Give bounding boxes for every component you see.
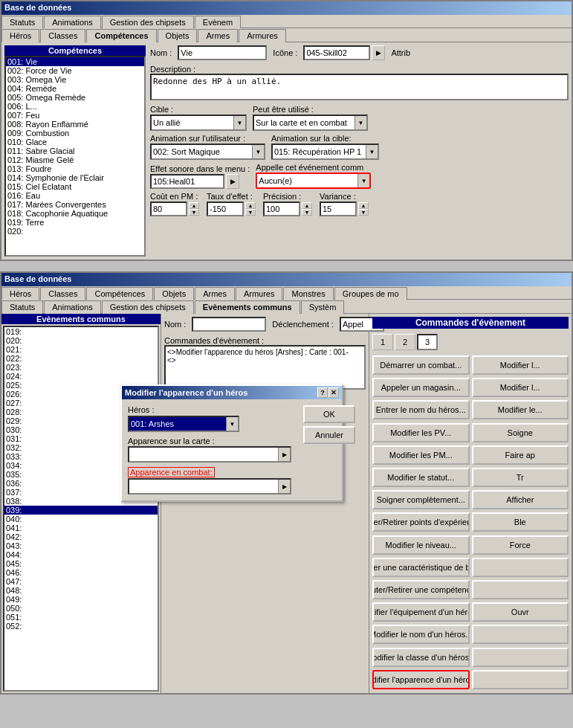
cmd-tab-3[interactable]: 3 xyxy=(417,334,438,350)
taux-spin-down[interactable]: ▼ xyxy=(245,209,256,216)
precision-spin-down[interactable]: ▼ xyxy=(302,209,312,216)
cout-spin[interactable]: ▲ ▼ xyxy=(189,202,199,216)
tab2-armures[interactable]: Armures xyxy=(236,287,283,300)
list-item[interactable]: 005: Omega Remède xyxy=(6,93,144,102)
cmd-btn-modifier-classe[interactable]: Modifier la classe d'un héros... xyxy=(372,648,470,667)
cmd-btn-force[interactable]: Force xyxy=(472,535,569,555)
dialog-combat-field[interactable]: ▶ xyxy=(128,478,291,495)
commandes-text[interactable]: <>Modifier l'apparence du héros [Arshes]… xyxy=(164,345,366,390)
tab2-armes[interactable]: Armes xyxy=(195,287,235,300)
tab-armes[interactable]: Armes xyxy=(198,29,238,42)
list-item[interactable]: 020: xyxy=(4,336,158,345)
list-item[interactable]: 009: Combustion xyxy=(6,129,144,138)
cmd-btn-modifier-niveau[interactable]: Modifier le niveau... xyxy=(372,535,470,555)
list-item[interactable]: 020: xyxy=(6,227,144,236)
cmd-btn-empty4[interactable] xyxy=(472,648,569,667)
peut-dropdown-btn[interactable]: ▼ xyxy=(355,116,366,129)
list-item[interactable]: 051: xyxy=(4,613,158,622)
anim-user-dropdown-btn[interactable]: ▼ xyxy=(252,145,264,158)
effet-arrow-btn[interactable]: ▶ xyxy=(226,174,239,189)
list-item[interactable]: 041: xyxy=(4,524,158,532)
tab2-groupes[interactable]: Groupes de mo xyxy=(334,287,407,300)
tab-evenem[interactable]: Evènem xyxy=(195,16,241,28)
list-item[interactable]: 015: Ciel Eclatant xyxy=(6,182,144,191)
cmd-btn-modifier3[interactable]: Modifier le... xyxy=(472,400,569,419)
anim-user-dropdown[interactable]: 002: Sort Magique ▼ xyxy=(150,144,265,160)
cible-dropdown-btn[interactable]: ▼ xyxy=(233,116,245,129)
tab2-competences[interactable]: Compétences xyxy=(86,287,153,300)
tab2-evenements[interactable]: Evènements communs xyxy=(195,300,300,314)
skill-list-box[interactable]: 001: Vie 002: Force de Vie 003: Omega Vi… xyxy=(4,56,146,257)
list-item[interactable]: 013: Foudre xyxy=(6,164,144,173)
tab2-statuts[interactable]: Statuts xyxy=(1,300,43,314)
cmd-btn-demarrer-combat[interactable]: Démarrer un combat... xyxy=(372,355,470,375)
cmd-btn-ouvr[interactable]: Ouvr xyxy=(472,602,569,622)
peut-dropdown[interactable]: Sur la carte et en combat ▼ xyxy=(253,115,368,131)
cmd-btn-soigne[interactable]: Soigne xyxy=(472,423,569,442)
cmd-btn-modifier-equipement[interactable]: Modifier l'équipement d'un héros... xyxy=(372,602,470,622)
tab-animations[interactable]: Animations xyxy=(44,16,100,28)
tab-classes[interactable]: Classes xyxy=(40,29,85,42)
cmd-tab-1[interactable]: 1 xyxy=(372,334,393,350)
tab2-systeme[interactable]: Systèm xyxy=(301,300,345,314)
events-list-box[interactable]: 019: 020: 021: 022: 023: 024: 025: 026: … xyxy=(3,326,159,692)
tab-chipsets[interactable]: Gestion des chipsets xyxy=(102,16,194,28)
cmd-btn-modifier-nom[interactable]: Modifier le nom d'un héros... xyxy=(372,625,470,644)
cmd-btn-modifier-apparence[interactable]: Modifier l'apparence d'un héros... xyxy=(372,670,470,689)
cmd-tab-2[interactable]: 2 xyxy=(395,334,415,350)
tab-competences[interactable]: Compétences xyxy=(86,29,156,42)
appelle-dropdown[interactable]: Aucun(e) ▼ xyxy=(256,173,371,189)
list-item[interactable]: 014: Symphonie de l'Eclair xyxy=(6,173,144,182)
taux-input[interactable] xyxy=(207,202,244,216)
list-item[interactable]: 039: xyxy=(4,506,158,515)
cmd-btn-modifier2[interactable]: Modifier l... xyxy=(472,378,569,397)
cmd-btn-afficher[interactable]: Afficher xyxy=(472,490,569,509)
precision-spin-up[interactable]: ▲ xyxy=(302,202,312,209)
cmd-btn-appeler-magasin[interactable]: Appeler un magasin... xyxy=(372,378,470,397)
list-item[interactable]: 044: xyxy=(4,550,158,559)
cmd-btn-faire-ap[interactable]: Faire ap xyxy=(472,445,569,465)
list-item[interactable]: 008: Rayon Enflammé xyxy=(6,120,144,129)
cmd-btn-empty2[interactable] xyxy=(472,580,569,599)
variance-spin-up[interactable]: ▲ xyxy=(358,202,369,209)
list-item[interactable]: 012: Miasme Gelé xyxy=(6,155,144,164)
list-item[interactable]: 019: xyxy=(4,327,158,336)
tab2-heros[interactable]: Héros xyxy=(1,287,39,300)
nom-input[interactable] xyxy=(178,45,267,60)
effet-input[interactable] xyxy=(150,174,224,189)
cmd-btn-empty3[interactable] xyxy=(472,625,569,644)
list-item[interactable]: 043: xyxy=(4,541,158,550)
dialog-carte-btn[interactable]: ▶ xyxy=(278,448,290,461)
cmd-btn-entrer-nom[interactable]: Entrer le nom du héros... xyxy=(372,400,470,419)
tab2-classes[interactable]: Classes xyxy=(40,287,85,300)
precision-input[interactable] xyxy=(263,202,300,216)
variance-spin[interactable]: ▲ ▼ xyxy=(358,202,369,216)
dialog-carte-field[interactable]: ▶ xyxy=(128,446,291,463)
cmd-btn-ble[interactable]: Ble xyxy=(472,512,569,532)
cout-spin-down[interactable]: ▼ xyxy=(189,209,199,216)
dialog-combat-btn[interactable]: ▶ xyxy=(278,480,290,493)
cible-dropdown[interactable]: Un allié ▼ xyxy=(150,115,247,131)
anim-cible-dropdown-btn[interactable]: ▼ xyxy=(366,145,378,158)
variance-input[interactable] xyxy=(320,202,357,216)
list-item[interactable]: 045: xyxy=(4,559,158,568)
precision-spin[interactable]: ▲ ▼ xyxy=(302,202,312,216)
list-item[interactable]: 042: xyxy=(4,532,158,541)
cmd-btn-empty1[interactable] xyxy=(472,558,569,577)
list-item[interactable]: 002: Force de Vie xyxy=(6,66,144,75)
nom2-input[interactable] xyxy=(192,317,266,332)
cout-spin-up[interactable]: ▲ xyxy=(189,202,199,209)
cmd-btn-ajouter-competence[interactable]: Ajouter/Retirer une compétence... xyxy=(372,580,470,599)
desc-textarea[interactable]: Redonne des HP à un allié. xyxy=(150,74,569,100)
tab2-objets[interactable]: Objets xyxy=(154,287,194,300)
list-item[interactable]: 007: Feu xyxy=(6,111,144,120)
tab2-monstres[interactable]: Monstres xyxy=(283,287,333,300)
list-item[interactable]: 016: Eau xyxy=(6,191,144,200)
list-item[interactable]: 001: Vie xyxy=(6,57,144,66)
cmd-btn-modifier-pv[interactable]: Modifier les PV... xyxy=(372,423,470,442)
list-item[interactable]: 022: xyxy=(4,354,158,363)
tab2-chipsets[interactable]: Gestion des chipsets xyxy=(102,300,194,314)
list-item[interactable]: 047: xyxy=(4,577,158,586)
taux-spin[interactable]: ▲ ▼ xyxy=(245,202,256,216)
cmd-btn-modifier-pm[interactable]: Modifier les PM... xyxy=(372,445,470,465)
